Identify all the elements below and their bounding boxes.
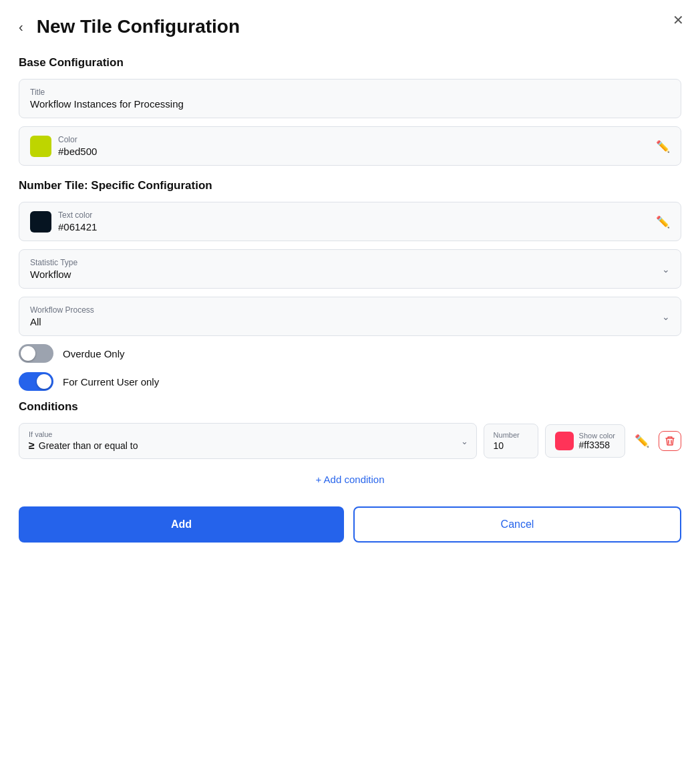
- show-color-value: #ff3358: [579, 440, 615, 450]
- close-button[interactable]: ✕: [673, 13, 684, 27]
- overdue-only-toggle[interactable]: [19, 344, 53, 363]
- page-container: ‹ New Tile Configuration ✕ Base Configur…: [0, 0, 700, 757]
- if-value-value: ≥ Greater than or equal to: [29, 440, 467, 452]
- statistic-type-card[interactable]: Statistic Type Workflow ⌄: [19, 249, 681, 289]
- text-color-value: #061421: [58, 221, 97, 233]
- overdue-only-thumb: [21, 346, 35, 361]
- current-user-label: For Current User only: [63, 376, 159, 388]
- number-tile-title: Number Tile: Specific Configuration: [19, 179, 681, 192]
- color-label: Color: [58, 135, 97, 144]
- workflow-process-chevron: ⌄: [662, 311, 670, 322]
- text-color-swatch: [30, 211, 51, 233]
- show-color-swatch: [555, 432, 574, 450]
- statistic-type-value: Workflow: [30, 269, 670, 280]
- overdue-only-label: Overdue Only: [63, 348, 125, 359]
- color-swatch: [30, 136, 51, 157]
- base-config-section: Base Configuration Title Workflow Instan…: [19, 56, 681, 166]
- color-edit-icon[interactable]: ✏️: [656, 139, 670, 153]
- workflow-process-label: Workflow Process: [30, 305, 670, 315]
- condition-delete-button[interactable]: [659, 431, 681, 451]
- trash-icon: [665, 436, 675, 446]
- footer-buttons: Add Cancel: [19, 506, 681, 543]
- if-value-label: If value: [29, 430, 467, 438]
- number-label: Number: [494, 431, 528, 439]
- gte-symbol: ≥: [29, 440, 35, 452]
- add-button[interactable]: Add: [19, 506, 344, 543]
- current-user-row: For Current User only: [19, 372, 681, 391]
- title-value: Workflow Instances for Processing: [30, 98, 670, 110]
- title-label: Title: [30, 88, 670, 97]
- text-color-edit-icon[interactable]: ✏️: [656, 214, 670, 229]
- statistic-type-label: Statistic Type: [30, 258, 670, 267]
- header: ‹ New Tile Configuration ✕: [19, 16, 681, 37]
- text-color-field-card[interactable]: Text color #061421 ✏️: [19, 202, 681, 241]
- number-tile-section: Number Tile: Specific Configuration Text…: [19, 179, 681, 391]
- back-button[interactable]: ‹: [19, 17, 29, 37]
- workflow-process-value: All: [30, 316, 670, 327]
- operator-text: Greater than or equal to: [39, 440, 138, 451]
- show-color-label: Show color: [579, 432, 615, 440]
- base-config-title: Base Configuration: [19, 56, 681, 69]
- color-value: #bed500: [58, 146, 97, 157]
- condition-number-card: Number 10: [484, 424, 538, 458]
- current-user-toggle[interactable]: [19, 372, 53, 391]
- condition-row: If value ≥ Greater than or equal to ⌄ Nu…: [19, 423, 681, 459]
- cancel-button[interactable]: Cancel: [353, 506, 681, 543]
- if-value-chevron: ⌄: [461, 436, 468, 446]
- text-color-label: Text color: [58, 210, 97, 220]
- title-field-card: Title Workflow Instances for Processing: [19, 79, 681, 118]
- text-color-row: Text color #061421: [30, 210, 670, 233]
- number-value: 10: [494, 440, 528, 451]
- condition-edit-button[interactable]: ✏️: [632, 431, 652, 451]
- conditions-section: Conditions If value ≥ Greater than or eq…: [19, 400, 681, 490]
- show-color-card: Show color #ff3358: [545, 424, 625, 458]
- color-row: Color #bed500: [30, 135, 670, 157]
- workflow-process-card[interactable]: Workflow Process All ⌄: [19, 297, 681, 336]
- current-user-thumb: [37, 374, 51, 389]
- overdue-only-row: Overdue Only: [19, 344, 681, 363]
- add-condition-row: + Add condition: [19, 468, 681, 490]
- if-value-select[interactable]: If value ≥ Greater than or equal to ⌄: [19, 423, 477, 459]
- statistic-type-chevron: ⌄: [662, 264, 670, 275]
- page-title: New Tile Configuration: [37, 16, 240, 37]
- conditions-title: Conditions: [19, 400, 681, 414]
- add-condition-button[interactable]: + Add condition: [305, 468, 395, 490]
- color-field-card[interactable]: Color #bed500 ✏️: [19, 126, 681, 166]
- add-condition-label: + Add condition: [315, 474, 384, 485]
